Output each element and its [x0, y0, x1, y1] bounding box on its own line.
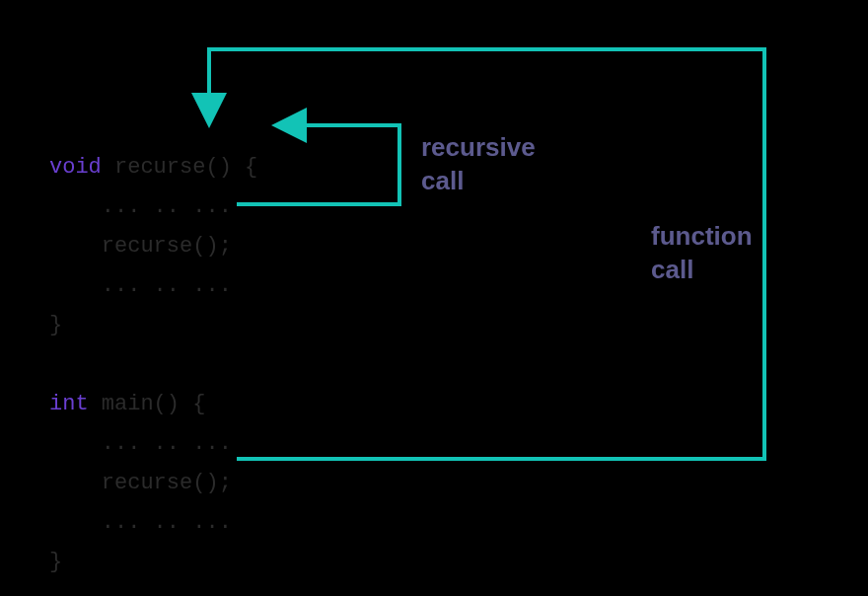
keyword-int: int — [49, 392, 89, 416]
recursive-call-arrow — [237, 125, 399, 204]
code-line-11: } — [49, 550, 62, 574]
code-line-1: void recurse() { — [49, 155, 257, 180]
code-line-5: } — [49, 313, 62, 337]
recursive-call-label: recursive call — [421, 130, 536, 197]
keyword-void: void — [49, 155, 102, 180]
code-line-2: ... .. ... — [49, 194, 232, 219]
code-block: void recurse() { ... .. ... recurse(); .… — [49, 109, 257, 596]
main-recurse-call: recurse(); — [49, 471, 232, 495]
code-line-8: ... .. ... — [49, 431, 232, 456]
diagram-stage: void recurse() { ... .. ... recurse(); .… — [0, 0, 868, 596]
function-call-label-line1: function — [651, 221, 753, 251]
function-call-label-line2: call — [651, 255, 693, 284]
recurse-signature: recurse() { — [102, 155, 257, 180]
code-line-7: int main() { — [49, 392, 205, 416]
main-signature: main() { — [89, 392, 206, 416]
recurse-self-call: recurse(); — [49, 234, 232, 259]
recursive-call-label-line1: recursive — [421, 132, 536, 162]
recursive-call-label-line2: call — [421, 166, 464, 195]
code-line-10: ... .. ... — [49, 510, 232, 535]
code-line-4: ... .. ... — [49, 273, 232, 298]
function-call-label: function call — [651, 219, 753, 286]
